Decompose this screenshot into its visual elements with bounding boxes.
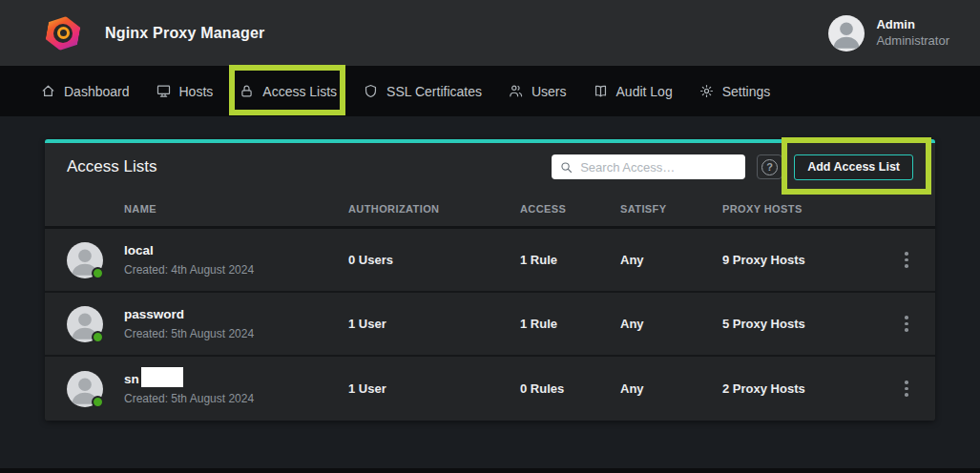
access-value: 1 Rule — [520, 253, 620, 267]
app-title: Nginx Proxy Manager — [105, 25, 264, 42]
user-avatar — [828, 15, 865, 51]
created-date: Created: 5th August 2024 — [124, 391, 348, 407]
authorization-value: 1 User — [348, 381, 520, 396]
access-value: 1 Rule — [520, 317, 620, 331]
user-menu[interactable]: Admin Administrator — [828, 15, 949, 51]
row-avatar — [67, 242, 103, 278]
gear-icon — [699, 83, 715, 99]
created-date: Created: 5th August 2024 — [124, 326, 348, 342]
proxy-hosts-value: 2 Proxy Hosts — [722, 381, 878, 396]
search-input[interactable] — [580, 160, 738, 175]
column-header-name: Name — [124, 203, 348, 215]
table-row[interactable]: password Created: 5th August 2024 1 User… — [45, 293, 935, 357]
authorization-value: 0 Users — [348, 253, 520, 267]
nav-item-audit-log[interactable]: Audit Log — [593, 66, 673, 116]
table-row[interactable]: sn Created: 5th August 2024 1 User 0 Rul… — [45, 357, 935, 421]
nav-item-dashboard[interactable]: Dashboard — [40, 66, 130, 116]
access-lists-table: Name Authorization Access Satisfy Proxy … — [45, 191, 935, 421]
satisfy-value: Any — [620, 381, 722, 396]
table-header-row: Name Authorization Access Satisfy Proxy … — [45, 191, 935, 229]
access-list-name: password — [124, 305, 184, 324]
lock-icon — [239, 83, 255, 99]
created-date: Created: 4th August 2024 — [124, 262, 348, 278]
search-icon — [559, 160, 573, 175]
proxy-hosts-value: 9 Proxy Hosts — [722, 253, 878, 267]
online-status-dot — [92, 267, 104, 279]
user-role: Administrator — [876, 33, 949, 49]
satisfy-value: Any — [620, 253, 722, 267]
column-header-proxy-hosts: Proxy Hosts — [722, 203, 878, 215]
authorization-value: 1 User — [348, 317, 520, 331]
row-avatar — [67, 371, 103, 407]
add-access-list-button[interactable]: Add Access List — [794, 154, 913, 180]
app-header: Nginx Proxy Manager Admin Administrator — [0, 0, 980, 66]
row-menu-button[interactable] — [897, 375, 916, 402]
help-button[interactable]: ? — [757, 154, 782, 179]
bottom-strip — [0, 468, 980, 473]
row-menu-button[interactable] — [897, 310, 916, 338]
access-lists-panel: Access Lists ? Add Access List Name Auth… — [45, 139, 935, 421]
row-menu-button[interactable] — [897, 246, 916, 274]
nav-item-ssl-certificates[interactable]: SSL Certificates — [363, 66, 482, 116]
shield-icon — [363, 83, 379, 99]
main-nav: Dashboard Hosts Access Lists SSL Certifi… — [0, 66, 980, 116]
nav-item-access-lists[interactable]: Access Lists — [239, 66, 337, 116]
book-icon — [593, 83, 609, 99]
search-box — [552, 154, 745, 179]
help-icon: ? — [761, 159, 778, 175]
home-icon — [40, 83, 56, 99]
monitor-icon — [156, 83, 172, 99]
proxy-hosts-value: 5 Proxy Hosts — [722, 317, 878, 331]
access-list-name: sn — [124, 370, 139, 389]
app-logo-icon — [46, 15, 80, 51]
column-header-satisfy: Satisfy — [620, 203, 722, 215]
nav-item-users[interactable]: Users — [508, 66, 567, 116]
access-value: 0 Rules — [520, 381, 620, 396]
online-status-dot — [92, 331, 104, 343]
redaction-box — [141, 367, 183, 387]
nav-item-settings[interactable]: Settings — [699, 66, 771, 116]
panel-header: Access Lists ? Add Access List — [45, 143, 935, 191]
column-header-access: Access — [520, 203, 620, 215]
online-status-dot — [92, 396, 104, 408]
content-area: Access Lists ? Add Access List Name Auth… — [0, 116, 980, 473]
user-name: Admin — [876, 17, 949, 32]
row-avatar — [67, 306, 103, 342]
satisfy-value: Any — [620, 317, 722, 331]
access-list-name: local — [124, 241, 154, 260]
table-row[interactable]: local Created: 4th August 2024 0 Users 1… — [45, 229, 935, 293]
users-icon — [508, 83, 524, 99]
column-header-authorization: Authorization — [348, 203, 520, 215]
panel-title: Access Lists — [67, 157, 156, 176]
nav-item-hosts[interactable]: Hosts — [156, 66, 214, 116]
